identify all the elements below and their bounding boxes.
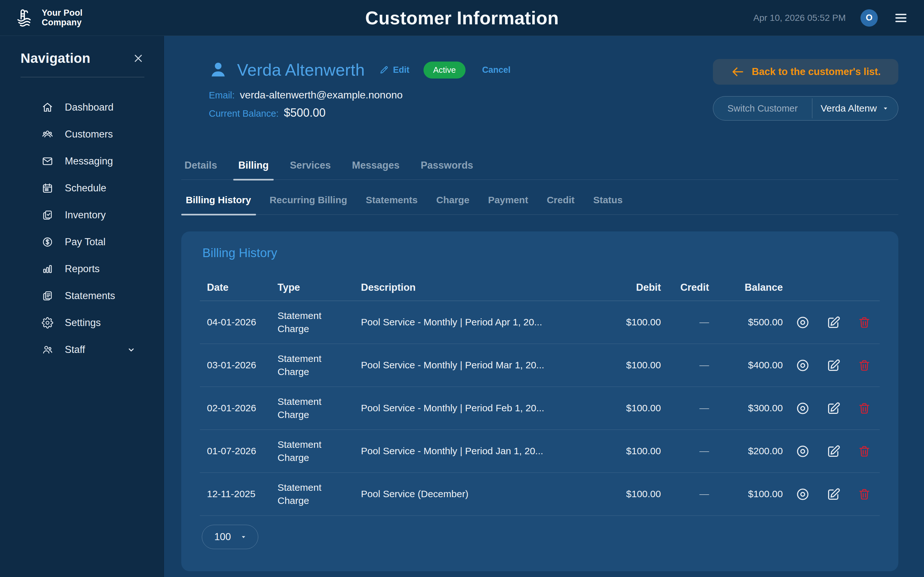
customer-tabs: Details Billing Services Messages Passwo… [181, 160, 898, 180]
billing-row: 01-07-2026 Statement Charge Pool Service… [200, 430, 880, 473]
delete-button[interactable] [858, 359, 871, 372]
billing-row: 04-01-2026 Statement Charge Pool Service… [200, 301, 880, 344]
delete-button[interactable] [858, 402, 871, 415]
tab-billing[interactable]: Billing [238, 160, 269, 171]
view-button[interactable] [795, 444, 810, 459]
delete-button[interactable] [858, 316, 871, 329]
envelope-icon [42, 155, 53, 167]
sidebar-item-settings[interactable]: Settings [21, 309, 144, 336]
edit-square-icon [826, 487, 841, 502]
billing-row: 03-01-2026 Statement Charge Pool Service… [200, 344, 880, 387]
cancel-button[interactable]: Cancel [482, 65, 511, 75]
back-to-customers-button[interactable]: Back to the customer's list. [713, 59, 898, 85]
billing-history-card: Billing History Date Type Description De… [181, 231, 898, 571]
sidebar-item-dashboard[interactable]: Dashboard [21, 94, 144, 121]
sidebar-item-customers[interactable]: Customers [21, 121, 144, 148]
caret-down-icon [881, 104, 890, 113]
row-description: Pool Service - Monthly | Period Apr 1, 2… [354, 316, 611, 329]
subtab-credit[interactable]: Credit [547, 195, 575, 205]
subtab-charge[interactable]: Charge [436, 195, 469, 205]
tab-services[interactable]: Services [290, 160, 331, 171]
customer-select-dropdown[interactable]: Verda Altenw [813, 97, 898, 120]
tab-messages[interactable]: Messages [352, 160, 399, 171]
row-balance: $300.00 [714, 402, 787, 415]
email-label: Email: [209, 90, 235, 101]
edit-row-button[interactable] [826, 358, 841, 373]
subtab-status[interactable]: Status [593, 195, 623, 205]
view-button[interactable] [795, 358, 810, 373]
close-icon[interactable] [132, 52, 144, 64]
row-description: Pool Service - Monthly | Period Jan 1, 2… [354, 445, 611, 458]
view-button[interactable] [795, 315, 810, 330]
subtab-recurring-billing[interactable]: Recurring Billing [270, 195, 347, 205]
sidebar-item-label: Reports [65, 263, 100, 275]
view-icon [795, 444, 810, 459]
users-icon [42, 129, 53, 140]
email-value: verda-altenwerth@example.nonono [240, 89, 403, 101]
trash-icon [858, 488, 871, 501]
page-size-value: 100 [214, 531, 231, 543]
view-icon [795, 358, 810, 373]
tab-details[interactable]: Details [184, 160, 217, 171]
customer-name: Verda Altenwerth [237, 60, 365, 79]
edit-row-button[interactable] [826, 315, 841, 330]
clipboard-list-icon [42, 290, 53, 301]
sidebar-item-pay-total[interactable]: Pay Total [21, 229, 144, 255]
billing-table: Date Type Description Debit Credit Balan… [200, 274, 880, 516]
sidebar-item-reports[interactable]: Reports [21, 255, 144, 282]
switch-customer-button[interactable]: Switch Customer [713, 97, 812, 120]
trash-icon [858, 316, 871, 329]
sidebar-item-label: Settings [65, 317, 101, 329]
edit-row-button[interactable] [826, 444, 841, 459]
chevron-down-icon [126, 345, 136, 355]
row-debit: $100.00 [611, 359, 666, 372]
row-debit: $100.00 [611, 445, 666, 458]
tab-passwords[interactable]: Passwords [421, 160, 473, 171]
sidebar-item-messaging[interactable]: Messaging [21, 148, 144, 175]
switch-customer-control: Switch Customer Verda Altenw [713, 96, 898, 121]
sidebar-item-inventory[interactable]: Inventory [21, 201, 144, 229]
edit-square-icon [826, 315, 841, 330]
balance-value: $500.00 [284, 106, 326, 119]
sidebar-item-label: Customers [65, 129, 113, 140]
billing-row: 02-01-2026 Statement Charge Pool Service… [200, 387, 880, 430]
subtab-statements[interactable]: Statements [366, 195, 418, 205]
sidebar-item-statements[interactable]: Statements [21, 282, 144, 309]
edit-row-button[interactable] [826, 401, 841, 416]
col-date: Date [200, 281, 270, 294]
hamburger-menu-icon[interactable] [893, 10, 909, 26]
nav-heading: Navigation [21, 51, 90, 66]
sidebar-item-staff[interactable]: Staff [21, 336, 144, 363]
sidebar-item-label: Staff [65, 344, 85, 356]
sidebar: Navigation Dashboard [0, 36, 164, 577]
view-button[interactable] [795, 401, 810, 416]
sidebar-item-schedule[interactable]: Schedule [21, 175, 144, 201]
card-title: Billing History [202, 246, 880, 260]
user-avatar[interactable]: O [861, 9, 878, 27]
col-credit: Credit [666, 281, 714, 294]
edit-button[interactable]: Edit [379, 65, 409, 75]
main-content: Verda Altenwerth Edit Active Cancel Emai… [164, 36, 924, 577]
sidebar-item-label: Schedule [65, 182, 106, 194]
edit-label: Edit [393, 65, 409, 75]
home-icon [42, 102, 53, 113]
view-icon [795, 401, 810, 416]
calendar-icon [42, 182, 53, 194]
page-title: Customer Information [365, 7, 559, 29]
pool-ladder-icon [15, 7, 37, 29]
col-balance: Balance [714, 281, 787, 294]
subtab-billing-history[interactable]: Billing History [186, 195, 251, 205]
delete-button[interactable] [858, 488, 871, 501]
view-button[interactable] [795, 487, 810, 502]
subtab-payment[interactable]: Payment [488, 195, 528, 205]
nav-list: Dashboard Customers [21, 94, 144, 363]
row-date: 04-01-2026 [200, 316, 270, 329]
avatar-initial: O [866, 13, 872, 23]
row-debit: $100.00 [611, 488, 666, 501]
table-header-row: Date Type Description Debit Credit Balan… [200, 274, 880, 301]
sidebar-item-label: Pay Total [65, 236, 105, 248]
page-size-select[interactable]: 100 [202, 525, 258, 549]
row-type: Statement Charge [270, 309, 354, 335]
edit-row-button[interactable] [826, 487, 841, 502]
delete-button[interactable] [858, 445, 871, 458]
